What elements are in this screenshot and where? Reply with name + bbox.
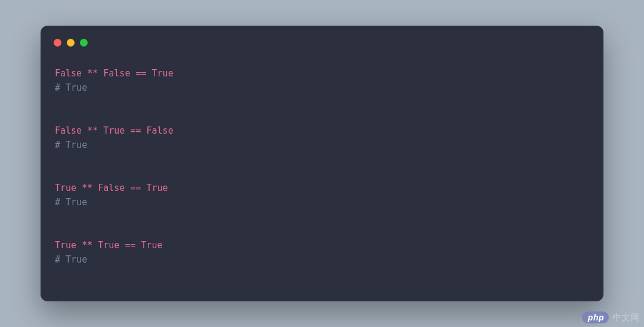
blank-line — [55, 152, 174, 181]
keyword-token: False — [147, 124, 174, 138]
operator-token: ** — [76, 238, 98, 252]
blank-line — [55, 95, 174, 124]
traffic-lights — [54, 39, 88, 47]
code-block: False ** False == True# TrueFalse ** Tru… — [55, 66, 174, 267]
keyword-token: False — [55, 124, 82, 138]
code-comment-line: # True — [55, 252, 174, 267]
watermark: php 中文网 — [582, 311, 639, 323]
keyword-token: True — [98, 238, 119, 252]
keyword-token: True — [103, 124, 125, 138]
code-comment-line: # True — [55, 195, 174, 209]
keyword-token: True — [147, 181, 168, 195]
code-expression-line: True ** True == True — [55, 238, 174, 252]
close-icon[interactable] — [54, 39, 61, 47]
code-window: False ** False == True# TrueFalse ** Tru… — [41, 26, 603, 301]
code-expression-line: False ** False == True — [55, 66, 174, 81]
code-expression-line: True ** False == True — [55, 181, 174, 195]
keyword-token: False — [103, 66, 130, 81]
code-expression-line: False ** True == False — [55, 124, 174, 138]
blank-line — [55, 209, 174, 238]
maximize-icon[interactable] — [80, 39, 88, 47]
keyword-token: True — [141, 238, 163, 252]
operator-token: ** — [82, 66, 103, 81]
operator-token: == — [119, 238, 141, 252]
operator-token: ** — [76, 181, 98, 195]
comment-text: # True — [55, 252, 87, 267]
php-badge: php — [582, 311, 609, 323]
operator-token: == — [130, 66, 151, 81]
watermark-text: 中文网 — [612, 312, 639, 323]
keyword-token: False — [55, 66, 82, 81]
keyword-token: True — [55, 238, 76, 252]
operator-token: == — [125, 124, 146, 138]
comment-text: # True — [55, 138, 87, 152]
operator-token: ** — [82, 124, 103, 138]
comment-text: # True — [55, 81, 87, 95]
code-comment-line: # True — [55, 81, 174, 95]
operator-token: == — [125, 181, 146, 195]
keyword-token: True — [152, 66, 174, 81]
comment-text: # True — [55, 195, 87, 209]
code-comment-line: # True — [55, 138, 174, 152]
keyword-token: False — [98, 181, 125, 195]
keyword-token: True — [55, 181, 76, 195]
minimize-icon[interactable] — [67, 39, 75, 47]
